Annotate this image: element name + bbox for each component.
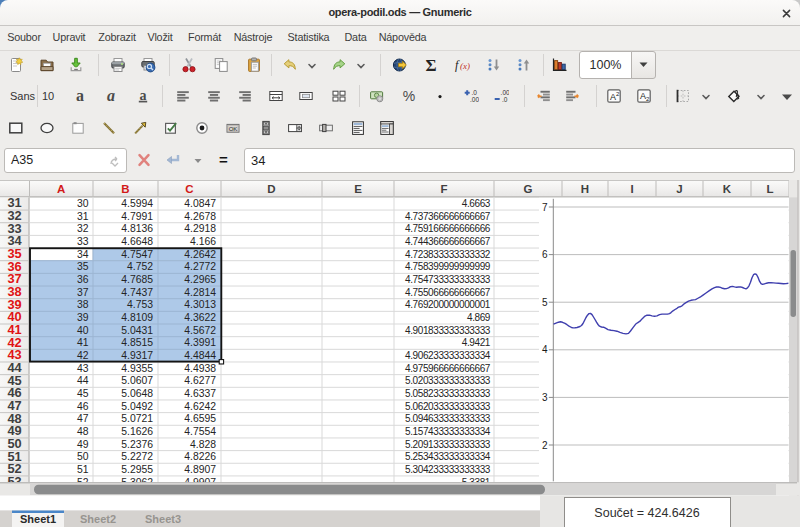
- svg-text:L: L: [766, 183, 773, 195]
- svg-text:E: E: [354, 183, 362, 195]
- svg-text:a: a: [107, 88, 115, 104]
- svg-text:.00: .00: [470, 96, 479, 103]
- svg-text:Sheet2: Sheet2: [80, 513, 116, 525]
- svg-text:5.0431: 5.0431: [121, 325, 153, 336]
- svg-text:C: C: [185, 183, 193, 195]
- svg-text:39: 39: [77, 312, 89, 323]
- svg-text:43: 43: [77, 363, 89, 374]
- svg-text:B: B: [121, 183, 129, 195]
- svg-text:4.6242: 4.6242: [184, 401, 216, 412]
- svg-text:5.157433333333334: 5.157433333333334: [405, 426, 491, 437]
- svg-text:4.8907: 4.8907: [184, 464, 216, 475]
- svg-text:5.209133333333333: 5.209133333333333: [405, 439, 491, 450]
- svg-text:Součet = 424.6426: Součet = 424.6426: [594, 506, 699, 520]
- svg-text:4.8109: 4.8109: [121, 312, 153, 323]
- svg-text:4.906233333333334: 4.906233333333334: [405, 350, 491, 361]
- svg-text:5.2272: 5.2272: [121, 451, 153, 462]
- svg-text:G: G: [524, 183, 533, 195]
- svg-text:50: 50: [77, 451, 89, 462]
- svg-text:42: 42: [77, 350, 89, 361]
- svg-text:4.2772: 4.2772: [184, 261, 216, 272]
- svg-text:4.9421: 4.9421: [462, 337, 491, 348]
- svg-text:7: 7: [542, 202, 548, 213]
- svg-text:4.758399999999999: 4.758399999999999: [405, 261, 491, 272]
- svg-text:4.2918: 4.2918: [184, 223, 216, 234]
- svg-text:4.6663: 4.6663: [462, 198, 491, 209]
- svg-text:4.723833333333332: 4.723833333333332: [405, 249, 491, 260]
- svg-text:4.752: 4.752: [127, 261, 153, 272]
- svg-text:Sheet1: Sheet1: [20, 513, 56, 525]
- svg-text:34: 34: [77, 249, 89, 260]
- svg-text:31: 31: [77, 211, 89, 222]
- svg-text:a: a: [140, 88, 147, 103]
- svg-text:51: 51: [77, 464, 89, 475]
- svg-text:4.3013: 4.3013: [184, 299, 216, 310]
- svg-text:(x): (x): [460, 60, 470, 70]
- svg-text:4.6595: 4.6595: [184, 413, 216, 424]
- svg-text:4.6277: 4.6277: [184, 375, 216, 386]
- svg-text:4.9317: 4.9317: [121, 350, 153, 361]
- svg-text:48: 48: [77, 426, 89, 437]
- svg-text:5.094633333333333: 5.094633333333333: [405, 413, 491, 424]
- svg-text:44: 44: [77, 375, 89, 386]
- svg-text:4.8136: 4.8136: [121, 223, 153, 234]
- svg-text:5.2955: 5.2955: [121, 464, 153, 475]
- svg-text:5.2376: 5.2376: [121, 439, 153, 450]
- svg-text:.0: .0: [502, 95, 508, 102]
- svg-text:4.3622: 4.3622: [184, 312, 216, 323]
- svg-text:5.058233333333333: 5.058233333333333: [405, 388, 491, 399]
- svg-text:5.062033333333333: 5.062033333333333: [405, 401, 491, 412]
- svg-text:4.6337: 4.6337: [184, 388, 216, 399]
- svg-text:Σ: Σ: [425, 57, 436, 73]
- svg-text:4.3991: 4.3991: [184, 337, 216, 348]
- svg-text:4.6648: 4.6648: [121, 236, 153, 247]
- svg-text:4.7547: 4.7547: [121, 249, 153, 260]
- svg-text:4.7437: 4.7437: [121, 287, 153, 298]
- svg-text:5.1626: 5.1626: [121, 426, 153, 437]
- svg-text:49: 49: [77, 439, 89, 450]
- svg-text:4.4844: 4.4844: [184, 350, 216, 361]
- svg-text:K: K: [723, 183, 732, 195]
- svg-text:4.2965: 4.2965: [184, 274, 216, 285]
- svg-text:4.759166666666666: 4.759166666666666: [405, 223, 491, 234]
- svg-text:4.2642: 4.2642: [184, 249, 216, 260]
- svg-text:%: %: [403, 88, 415, 104]
- svg-text:4.753: 4.753: [127, 299, 153, 310]
- svg-text:47: 47: [77, 413, 89, 424]
- svg-text:OK: OK: [229, 125, 238, 131]
- svg-text:4.9355: 4.9355: [121, 363, 153, 374]
- svg-text:4.8226: 4.8226: [184, 451, 216, 462]
- svg-text:5.0648: 5.0648: [121, 388, 153, 399]
- svg-text:4.2814: 4.2814: [184, 287, 216, 298]
- svg-text:5.253433333333334: 5.253433333333334: [405, 451, 491, 462]
- svg-text:4.4938: 4.4938: [184, 363, 216, 374]
- svg-text:6: 6: [542, 249, 548, 260]
- svg-text:4.5994: 4.5994: [121, 198, 153, 209]
- svg-text:41: 41: [77, 337, 89, 348]
- svg-text:4.0847: 4.0847: [184, 198, 216, 209]
- svg-text:4.769200000000001: 4.769200000000001: [405, 299, 491, 310]
- svg-text:Sheet3: Sheet3: [145, 513, 181, 525]
- svg-text:4.754733333333333: 4.754733333333333: [405, 274, 491, 285]
- svg-text:H: H: [581, 183, 589, 195]
- svg-text:40: 40: [77, 325, 89, 336]
- svg-text:2: 2: [542, 440, 548, 451]
- svg-text:4.901833333333333: 4.901833333333333: [405, 325, 491, 336]
- svg-text:45: 45: [77, 388, 89, 399]
- svg-text:a: a: [76, 88, 84, 104]
- svg-text:4.737366666666667: 4.737366666666667: [405, 211, 491, 222]
- svg-text:4.828: 4.828: [190, 439, 216, 450]
- svg-text:I: I: [630, 183, 633, 195]
- svg-text:4: 4: [542, 344, 548, 355]
- svg-text:32: 32: [77, 223, 89, 234]
- svg-text:4.7991: 4.7991: [121, 211, 153, 222]
- svg-text:4.744366666666667: 4.744366666666667: [405, 236, 491, 247]
- svg-text:4.5672: 4.5672: [184, 325, 216, 336]
- svg-text:4.2678: 4.2678: [184, 211, 216, 222]
- svg-text:4.8515: 4.8515: [121, 337, 153, 348]
- svg-text:5.0721: 5.0721: [121, 413, 153, 424]
- svg-text:.00: .00: [501, 88, 509, 95]
- svg-text:J: J: [676, 183, 682, 195]
- svg-text:46: 46: [77, 401, 89, 412]
- svg-text:5.020333333333333: 5.020333333333333: [405, 375, 491, 386]
